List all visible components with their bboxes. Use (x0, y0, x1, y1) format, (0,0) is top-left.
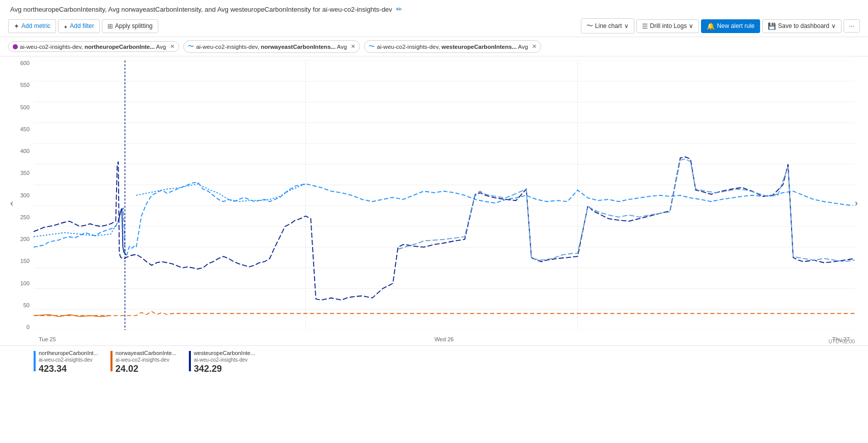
save-dashboard-chevron: ∨ (831, 22, 836, 29)
metric-label-1: ai-weu-co2-insights-dev, northeuropeCarb… (20, 44, 166, 50)
timezone-label: UTC+02:00 (829, 339, 855, 344)
orange-line (34, 311, 855, 315)
legend-value-north: 423.34 (39, 364, 98, 374)
x-label-tue25: Tue 25 (39, 336, 56, 342)
line-chart-chevron: ∨ (624, 22, 629, 29)
y-label-350: 350 (20, 170, 30, 176)
metric-close-3[interactable]: ✕ (532, 43, 537, 50)
toolbar-right: 〜 Line chart ∨ ☰ Drill into Logs ∨ 🔔 New… (581, 18, 860, 34)
metrics-bar: ai-weu-co2-insights-dev, northeuropeCarb… (0, 37, 868, 56)
page-title: Avg northeuropeCarbonIntensity, Avg norw… (10, 6, 392, 13)
chart-inner (34, 61, 855, 330)
ellipsis-icon: ··· (849, 22, 854, 29)
new-alert-rule-button[interactable]: 🔔 New alert rule (701, 19, 760, 33)
page-title-bar: Avg northeuropeCarbonIntensity, Avg norw… (0, 0, 868, 15)
y-label-600: 600 (20, 61, 30, 66)
metric-label-3: ai-weu-co2-insights-dev, westeuropeCarbo… (377, 44, 528, 50)
x-axis: Tue 25 Wed 26 Thu 27 (34, 333, 855, 345)
save-dashboard-button[interactable]: 💾 Save to dashboard ∨ (762, 19, 842, 33)
save-dashboard-label: Save to dashboard (778, 22, 829, 29)
metric-wave-3: 〜 (369, 42, 375, 51)
y-label-150: 150 (20, 258, 30, 264)
legend-color-west (189, 351, 191, 371)
legend-item-north: northeuropeCarbonInt... ai-weu-co2-insig… (34, 350, 98, 374)
apply-splitting-button[interactable]: ⊞ Apply splitting (102, 19, 158, 33)
line-chart-label: Line chart (595, 22, 622, 29)
new-alert-rule-label: New alert rule (717, 22, 754, 29)
alert-icon: 🔔 (707, 22, 715, 30)
legend-text-west: westeuropeCarbonInte... ai-weu-co2-insig… (194, 350, 255, 374)
legend-color-north (34, 351, 36, 371)
grid-lines (34, 61, 855, 330)
split-icon: ⊞ (107, 22, 113, 30)
legend-item-west: westeuropeCarbonInte... ai-weu-co2-insig… (189, 350, 255, 374)
metric-tag-2[interactable]: 〜 ai-weu-co2-insights-dev, norwayeastCar… (183, 40, 360, 53)
norway-east-line (398, 159, 855, 262)
y-label-300: 300 (20, 193, 30, 198)
chart-nav-right[interactable]: › (853, 196, 860, 211)
save-icon: 💾 (768, 22, 776, 30)
legend-value-west: 342.29 (194, 364, 255, 374)
drill-logs-label: Drill into Logs (650, 22, 687, 29)
y-label-250: 250 (20, 215, 30, 220)
add-filter-button[interactable]: ⬧ Add filter (58, 19, 99, 33)
west-cursor (34, 61, 126, 255)
more-options-button[interactable]: ··· (844, 19, 860, 33)
y-label-0: 0 (26, 324, 30, 330)
chart-area: ‹ › 0 50 100 150 200 250 300 350 400 450… (0, 56, 868, 345)
orange-line-start (34, 314, 110, 316)
line-chart-icon: 〜 (586, 21, 593, 31)
x-label-wed26: Wed 26 (434, 336, 454, 342)
metric-close-2[interactable]: ✕ (351, 43, 355, 50)
west-europe-line (34, 157, 855, 300)
north-dotted (136, 184, 306, 202)
legend-sub-north: ai-weu-co2-insights-dev (39, 357, 98, 363)
legend-color-norway (110, 351, 113, 371)
y-label-450: 450 (20, 127, 30, 132)
legend-name-norway: norwayeastCarbonInte... (116, 350, 177, 356)
toolbar-left: ✦ Add metric ⬧ Add filter ⊞ Apply splitt… (8, 19, 158, 33)
north-europe-line (34, 183, 855, 255)
y-label-100: 100 (20, 281, 30, 286)
legend-text-north: northeuropeCarbonInt... ai-weu-co2-insig… (39, 350, 98, 374)
north-pre-cursor (34, 221, 118, 237)
apply-splitting-label: Apply splitting (115, 22, 153, 29)
legend-value-norway: 24.02 (116, 364, 177, 374)
drill-logs-button[interactable]: ☰ Drill into Logs ∨ (636, 19, 699, 33)
metric-tag-1[interactable]: ai-weu-co2-insights-dev, northeuropeCarb… (8, 41, 179, 52)
y-label-550: 550 (20, 82, 30, 88)
line-chart-button[interactable]: 〜 Line chart ∨ (581, 18, 634, 34)
legend-name-north: northeuropeCarbonInt... (39, 350, 98, 356)
chart-wrapper: ‹ › 0 50 100 150 200 250 300 350 400 450… (8, 61, 860, 345)
toolbar: ✦ Add metric ⬧ Add filter ⊞ Apply splitt… (0, 15, 868, 37)
chart-svg (34, 61, 855, 330)
metric-dot-1 (13, 44, 18, 49)
y-label-50: 50 (23, 303, 30, 308)
metric-tag-3[interactable]: 〜 ai-weu-co2-insights-dev, westeuropeCar… (364, 40, 541, 53)
metric-wave-2: 〜 (188, 42, 194, 51)
metric-label-2: ai-weu-co2-insights-dev, norwayeastCarbo… (196, 44, 347, 50)
y-label-400: 400 (20, 149, 30, 154)
y-label-500: 500 (20, 105, 30, 110)
legend-area: northeuropeCarbonInt... ai-weu-co2-insig… (0, 345, 868, 378)
add-filter-label: Add filter (70, 22, 94, 29)
legend-text-norway: norwayeastCarbonInte... ai-weu-co2-insig… (116, 350, 177, 374)
add-metric-label: Add metric (21, 22, 50, 29)
drill-logs-chevron: ∨ (689, 22, 693, 29)
legend-item-norway: norwayeastCarbonInte... ai-weu-co2-insig… (110, 350, 177, 374)
y-label-200: 200 (20, 237, 30, 242)
add-metric-button[interactable]: ✦ Add metric (8, 19, 56, 33)
legend-name-west: westeuropeCarbonInte... (194, 350, 255, 356)
edit-title-icon[interactable]: ✏ (396, 5, 402, 13)
logs-icon: ☰ (642, 22, 648, 30)
filter-icon: ⬧ (64, 22, 68, 30)
chart-nav-left[interactable]: ‹ (8, 196, 15, 211)
legend-sub-west: ai-weu-co2-insights-dev (194, 357, 255, 363)
plus-icon: ✦ (14, 22, 19, 30)
legend-sub-norway: ai-weu-co2-insights-dev (116, 357, 177, 363)
metric-close-1[interactable]: ✕ (170, 43, 175, 50)
